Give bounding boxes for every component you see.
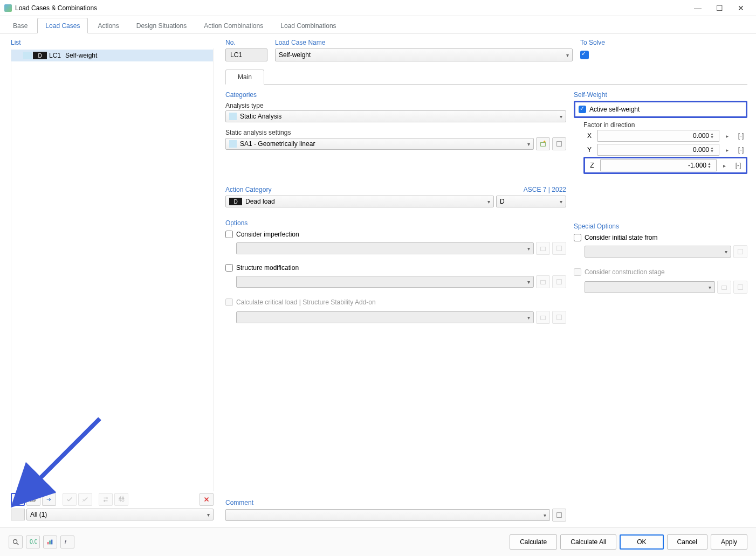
swap-button[interactable] xyxy=(99,493,113,506)
categories-title: Categories xyxy=(225,89,566,101)
svg-rect-26 xyxy=(51,539,53,544)
filter-swatch[interactable] xyxy=(11,509,25,520)
app-icon xyxy=(4,4,12,12)
sa-new-button[interactable] xyxy=(536,137,550,150)
structure-mod-label: Structure modification xyxy=(236,264,299,272)
svg-rect-10 xyxy=(557,142,562,147)
calculate-button[interactable]: Calculate xyxy=(510,534,557,550)
imperfection-edit-button[interactable] xyxy=(552,242,566,255)
filter-combo[interactable]: All (1) xyxy=(26,509,214,520)
svg-rect-18 xyxy=(722,286,727,289)
action-code-combo[interactable]: D xyxy=(496,196,566,207)
construction-stage-combo xyxy=(585,281,715,293)
structure-mod-new-button[interactable] xyxy=(536,275,550,288)
comment-title: Comment xyxy=(225,497,566,509)
color-swatch xyxy=(23,52,32,59)
copy-item-button[interactable] xyxy=(26,493,40,506)
sa-settings-combo[interactable]: SA1 - Geometrically linear xyxy=(225,138,534,150)
construction-stage-label: Consider construction stage xyxy=(585,267,665,277)
chart-icon[interactable] xyxy=(43,536,57,548)
maximize-button[interactable]: ☐ xyxy=(709,1,730,16)
formula-icon[interactable]: f xyxy=(60,536,74,548)
list-toolbar: 2148 xyxy=(11,491,214,508)
tab-load-combinations[interactable]: Load Combinations xyxy=(273,18,343,33)
factor-label: Factor in direction xyxy=(583,120,747,130)
active-selfweight-checkbox[interactable] xyxy=(579,106,586,113)
analysis-type-label: Analysis type xyxy=(225,101,566,110)
check-all-button[interactable] xyxy=(63,493,77,506)
svg-text:f: f xyxy=(65,538,67,545)
new-item-button[interactable] xyxy=(11,493,25,506)
unit-y: [-] xyxy=(734,146,747,154)
arrow-button[interactable] xyxy=(42,493,56,506)
tab-base[interactable]: Base xyxy=(5,18,35,33)
window-title: Load Cases & Combinations xyxy=(15,4,687,12)
list-item-lc1[interactable]: D LC1 Self-weight xyxy=(11,50,213,61)
options-title: Options xyxy=(225,217,566,229)
factor-z-arrow[interactable]: ▸ xyxy=(719,163,730,169)
svg-rect-14 xyxy=(557,280,562,284)
svg-point-21 xyxy=(13,539,17,543)
factor-y-input[interactable]: 0.000▲▼ xyxy=(597,144,719,156)
subtab-main[interactable]: Main xyxy=(225,70,264,85)
svg-rect-15 xyxy=(541,316,546,319)
list-item-name: Self-weight xyxy=(65,52,213,59)
name-combo[interactable]: Self-weight xyxy=(275,48,573,61)
analysis-type-combo[interactable]: Static Analysis xyxy=(225,110,566,122)
badge-d: D xyxy=(33,52,47,59)
axis-x: X xyxy=(583,132,595,140)
svg-rect-1 xyxy=(16,498,20,502)
structure-mod-combo xyxy=(236,276,534,288)
factor-x-arrow[interactable]: ▸ xyxy=(721,133,732,139)
apply-button[interactable]: Apply xyxy=(711,534,747,550)
no-field[interactable]: LC1 xyxy=(225,48,267,61)
factor-x-input[interactable]: 0.000▲▼ xyxy=(597,130,719,142)
action-category-combo[interactable]: DDead load xyxy=(225,196,494,207)
tab-bar: Base Load Cases Actions Design Situation… xyxy=(0,16,756,33)
sa-edit-button[interactable] xyxy=(552,137,566,150)
renumber-button[interactable]: 2148 xyxy=(114,493,128,506)
comment-edit-button[interactable] xyxy=(552,509,566,522)
standard-label: ASCE 7 | 2022 xyxy=(524,186,566,193)
svg-text:8: 8 xyxy=(121,496,125,503)
to-solve-checkbox[interactable] xyxy=(580,51,589,59)
active-selfweight-highlight: Active self-weight xyxy=(574,101,747,118)
imperfection-new-button[interactable] xyxy=(536,242,550,255)
right-panel: No. LC1 Load Case Name Self-weight To So… xyxy=(221,33,756,524)
tab-actions[interactable]: Actions xyxy=(90,18,126,33)
units-icon[interactable]: 0.00 xyxy=(26,536,40,548)
close-button[interactable]: ✕ xyxy=(730,1,752,16)
svg-rect-16 xyxy=(557,315,562,320)
action-category-title: Action Category xyxy=(225,186,271,193)
imperfection-checkbox[interactable] xyxy=(225,231,233,238)
ok-button[interactable]: OK xyxy=(620,534,663,550)
imperfection-label: Consider imperfection xyxy=(236,231,299,238)
critical-load-checkbox xyxy=(225,298,233,306)
tab-load-cases[interactable]: Load Cases xyxy=(37,18,88,33)
left-panel: List D LC1 Self-weight xyxy=(0,33,221,524)
comment-combo[interactable] xyxy=(225,509,550,521)
structure-mod-edit-button[interactable] xyxy=(552,275,566,288)
svg-rect-12 xyxy=(557,246,562,251)
initial-state-combo xyxy=(585,246,731,258)
no-label: No. xyxy=(225,37,267,48)
search-icon[interactable] xyxy=(9,536,23,548)
selfweight-title: Self-Weight xyxy=(574,89,747,101)
initial-state-checkbox[interactable] xyxy=(574,234,581,241)
calculate-all-button[interactable]: Calculate All xyxy=(560,534,616,550)
cancel-button[interactable]: Cancel xyxy=(667,534,707,550)
delete-button[interactable] xyxy=(200,493,214,506)
uncheck-all-button[interactable] xyxy=(78,493,92,506)
minimize-button[interactable]: — xyxy=(687,1,709,16)
structure-mod-checkbox[interactable] xyxy=(225,264,233,272)
factor-z-input[interactable]: -1.000▲▼ xyxy=(600,159,717,171)
tab-design-situations[interactable]: Design Situations xyxy=(129,18,194,33)
factor-y-arrow[interactable]: ▸ xyxy=(721,147,732,153)
initial-state-edit-button[interactable] xyxy=(733,245,747,258)
svg-rect-3 xyxy=(32,497,36,501)
tab-action-combinations[interactable]: Action Combinations xyxy=(196,18,271,33)
sa-settings-label: Static analysis settings xyxy=(225,128,566,137)
critical-load-label: Calculate critical load | Structure Stab… xyxy=(236,297,376,307)
svg-rect-19 xyxy=(738,285,743,290)
list-body[interactable]: D LC1 Self-weight xyxy=(11,48,214,491)
